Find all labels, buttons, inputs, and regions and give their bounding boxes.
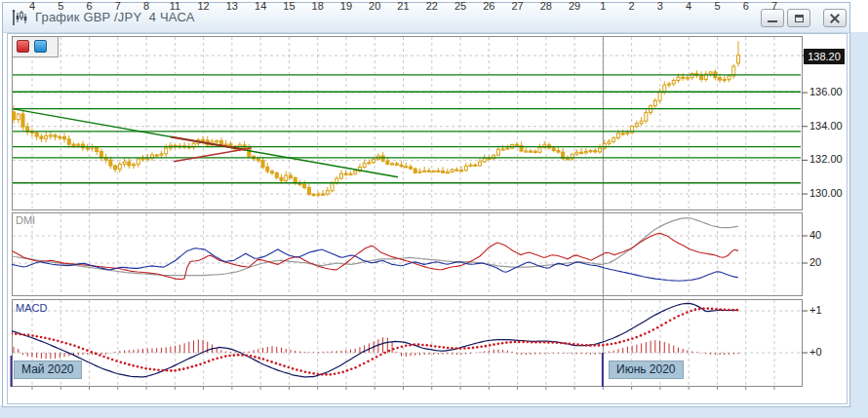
date-label: 13 — [220, 0, 244, 12]
date-label: 1 — [591, 0, 614, 12]
legend-tab — [13, 37, 59, 57]
date-label: 14 — [249, 0, 272, 12]
price-tick-label: 134.00 — [809, 120, 843, 132]
month-label-may: Май 2020 — [14, 361, 82, 379]
date-label: 18 — [306, 0, 330, 12]
dmi-tick-label: 20 — [809, 256, 821, 268]
date-label: 5 — [49, 0, 72, 12]
blue-square-button[interactable] — [34, 40, 47, 53]
date-label: 2 — [620, 0, 644, 12]
date-label: 7 — [763, 0, 786, 12]
price-tick-label: 130.00 — [809, 187, 843, 199]
macd-tick-label: +0 — [809, 346, 822, 358]
date-label: 27 — [506, 0, 530, 12]
macd-panel-label: MACD — [16, 302, 47, 314]
screenshot-stage: График GBP /JPY 4 ЧАСА 138.20 DMI MACD М… — [0, 0, 868, 418]
labels-overlay: 138.20 DMI MACD Май 2020 Июнь 2020 136.0… — [0, 0, 868, 418]
date-label: 25 — [449, 0, 472, 12]
dmi-panel-label: DMI — [16, 214, 35, 226]
date-label: 11 — [163, 0, 186, 12]
date-label: 26 — [477, 0, 500, 12]
date-label: 15 — [277, 0, 300, 12]
red-square-button[interactable] — [17, 40, 29, 53]
date-label: 21 — [391, 0, 414, 12]
date-label: 4 — [677, 0, 700, 12]
date-label: 20 — [363, 0, 386, 12]
date-label: 5 — [705, 0, 729, 12]
date-label: 6 — [78, 0, 101, 12]
month-label-june: Июнь 2020 — [609, 361, 684, 379]
date-label: 7 — [106, 0, 130, 12]
dmi-tick-label: 40 — [809, 229, 821, 241]
price-tick-label: 132.00 — [809, 153, 843, 165]
date-label: 29 — [563, 0, 586, 12]
date-label: 3 — [649, 0, 672, 12]
date-label: 22 — [420, 0, 444, 12]
macd-tick-label: +1 — [809, 304, 822, 316]
date-label: 28 — [534, 0, 558, 12]
date-label: 4 — [20, 0, 44, 12]
current-price-badge: 138.20 — [804, 49, 845, 64]
date-label: 12 — [192, 0, 216, 12]
date-label: 19 — [335, 0, 358, 12]
date-label: 6 — [734, 0, 758, 12]
date-label: 8 — [135, 0, 158, 12]
price-tick-label: 136.00 — [809, 86, 843, 97]
